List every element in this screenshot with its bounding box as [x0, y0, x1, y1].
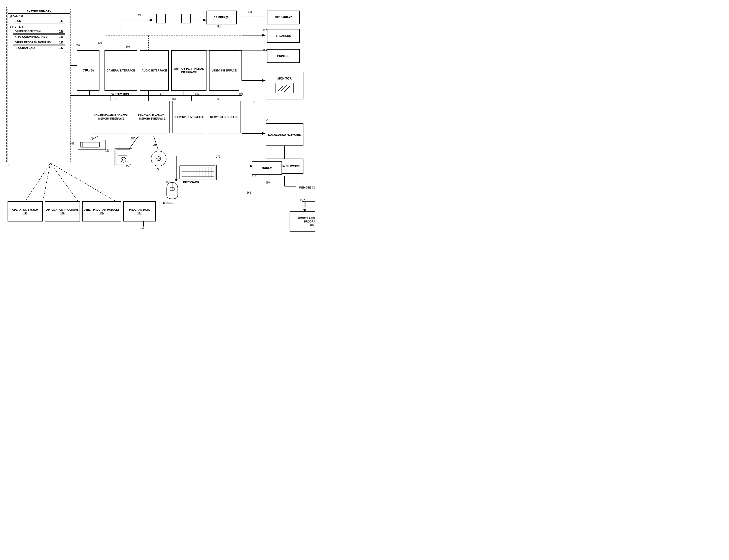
label-155: 155: [152, 143, 157, 146]
bottom-data-box: PROGRAM DATA 147: [123, 201, 156, 221]
label-151: 151: [105, 149, 109, 152]
label-110: 110: [8, 164, 12, 166]
os-box: OPERATING SYSTEM 134: [13, 29, 65, 34]
label-196: 196: [263, 49, 267, 52]
camera-interface-box: CAMERA INTERFACE: [104, 50, 137, 91]
label-141: 141: [70, 142, 74, 145]
label-162: 162: [247, 191, 251, 194]
svg-point-83: [158, 158, 159, 159]
program-data-box: PROGRAM DATA 137: [13, 46, 65, 50]
svg-marker-37: [262, 79, 266, 82]
label-171: 171: [264, 119, 269, 122]
mic-array-box: MIC / ARRAY: [267, 11, 300, 24]
label-195: 195: [195, 93, 199, 95]
svg-line-71: [284, 86, 290, 92]
bottom-app-box: APPLICATION PROGRAMS 145: [45, 201, 80, 221]
svg-marker-29: [203, 19, 206, 21]
label-193: 193: [138, 14, 142, 17]
label-156: 156: [155, 168, 160, 171]
system-memory-box: SYSTEM MEMORY (ROM) 131 BIOS 133 (RAM) 1…: [8, 9, 70, 162]
svg-line-57: [25, 163, 50, 201]
audio-interface-box: AUDIO INTERFACE: [140, 50, 169, 91]
label-172: 172: [216, 155, 220, 158]
bottom-os-box: OPERATING SYSTEM 144: [8, 201, 43, 221]
label-197: 197: [263, 29, 267, 32]
label-150: 150: [131, 137, 135, 140]
keyboard-label: KEYBOARD: [183, 181, 199, 184]
video-interface-box: VIDEO INTERFACE: [209, 50, 239, 91]
label-152: 152: [126, 165, 130, 168]
network-interface-box: NETWORK INTERFACE: [208, 101, 240, 133]
label-190: 190: [239, 93, 243, 95]
output-peripheral-box: OUTPUT PERIPHERAL INTERFACE: [171, 50, 206, 91]
mouse-icon: [165, 181, 179, 200]
svg-point-79: [121, 157, 126, 162]
keyboard-icon: [179, 165, 216, 180]
svg-rect-101: [302, 202, 315, 207]
svg-line-70: [281, 85, 287, 91]
cpu-box: CPU(S): [77, 50, 99, 91]
lan-box: LOCAL AREA NETWORK: [266, 123, 303, 146]
diagram: SYSTEM MEMORY (ROM) 131 BIOS 133 (RAM) 1…: [0, 0, 315, 239]
label-173: 173: [252, 174, 256, 177]
removable-box: REMOVABLE NON-VOL. MEMORY INTERFACE: [135, 101, 170, 133]
svg-point-80: [122, 159, 124, 161]
svg-marker-32: [149, 19, 152, 21]
bottom-other-box: OTHER PROGRAM MODULES 146: [82, 201, 121, 221]
label-199: 199: [158, 93, 162, 95]
label-120: 120: [98, 42, 102, 44]
non-removable-box: NON-REMOVABLE NON-VOL. MEMORY INTERFACE: [91, 101, 132, 133]
svg-marker-44: [262, 132, 266, 135]
svg-line-58: [43, 163, 50, 201]
other-modules-box: OTHER PROGRAM MODULES 136: [13, 40, 65, 45]
cd-icon: [150, 150, 167, 167]
sensor-box-1: [156, 14, 166, 23]
system-bus-label: SYSTEM BUS: [111, 93, 129, 96]
svg-rect-72: [80, 142, 99, 147]
hard-drive-icon: [78, 140, 106, 150]
label-100: 100: [140, 227, 144, 229]
rom-label: (ROM) 131: [10, 15, 68, 18]
label-161: 161: [166, 181, 170, 183]
svg-rect-84: [179, 166, 216, 179]
label-192: 192: [216, 25, 221, 28]
mouse-label: MOUSE: [163, 201, 173, 204]
remote-computer-box: REMOTE COMPUTER: [296, 179, 315, 196]
user-input-box: USER INPUT INTERFACE: [172, 101, 205, 133]
label-121: 121: [113, 98, 118, 100]
floppy-icon: [115, 148, 132, 166]
remote-app-box: REMOTE APPLICATION PROGRAMS 185: [289, 211, 315, 232]
monitor-box: MONITOR: [266, 72, 303, 99]
svg-line-59: [50, 163, 78, 201]
sensor-box-2: [181, 14, 191, 23]
label-170: 170: [215, 98, 219, 100]
label-130: 130: [76, 44, 80, 47]
svg-marker-40: [262, 34, 266, 36]
label-140: 140: [89, 137, 94, 140]
label-181: 181: [300, 199, 304, 202]
svg-line-60: [50, 163, 116, 201]
label-160: 160: [172, 98, 176, 100]
svg-point-82: [157, 157, 161, 161]
ram-label: (RAM) 132: [10, 25, 68, 28]
app-programs-box: APPLICATION PROGRAMS 135: [13, 34, 65, 39]
label-198: 198: [247, 11, 252, 13]
cameras-box: CAMERA(S): [206, 11, 237, 24]
printer-box: PRINTER: [267, 49, 300, 63]
speakers-box: SPEAKERS: [267, 29, 300, 43]
modem-box: MODEM: [252, 161, 282, 175]
bios-box: BIOS 133: [13, 19, 65, 23]
svg-point-81: [151, 151, 166, 166]
label-191: 191: [251, 101, 255, 103]
system-memory-title: SYSTEM MEMORY: [8, 9, 70, 14]
label-180: 180: [266, 181, 270, 184]
label-194: 194: [126, 45, 130, 48]
svg-rect-78: [118, 150, 127, 155]
